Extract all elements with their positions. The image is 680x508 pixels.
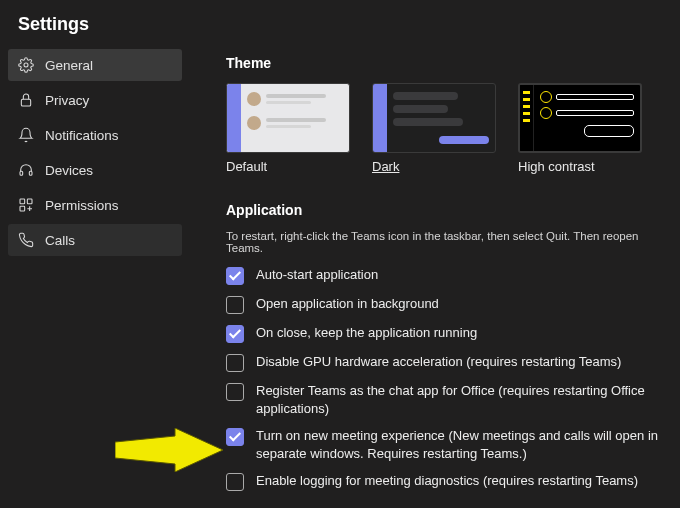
- sidebar-item-devices[interactable]: Devices: [8, 154, 182, 186]
- checkbox-register-office[interactable]: Register Teams as the chat app for Offic…: [226, 382, 662, 417]
- theme-thumbnail-default: [226, 83, 350, 153]
- sidebar-item-permissions[interactable]: Permissions: [8, 189, 182, 221]
- theme-label: Default: [226, 153, 350, 174]
- sidebar-item-label: Privacy: [45, 93, 89, 108]
- svg-rect-6: [20, 206, 25, 211]
- theme-option-high-contrast[interactable]: High contrast: [518, 83, 642, 174]
- sidebar-item-label: Calls: [45, 233, 75, 248]
- gear-icon: [18, 57, 34, 73]
- theme-heading: Theme: [226, 55, 662, 71]
- checkbox-icon: [226, 296, 244, 314]
- sidebar-item-general[interactable]: General: [8, 49, 182, 81]
- sidebar-item-calls[interactable]: Calls: [8, 224, 182, 256]
- theme-options: Default Dark: [226, 83, 662, 174]
- main-panel: Theme Default: [190, 49, 680, 501]
- theme-label: High contrast: [518, 153, 642, 174]
- theme-option-dark[interactable]: Dark: [372, 83, 496, 174]
- checkbox-open-background[interactable]: Open application in background: [226, 295, 662, 314]
- svg-rect-1: [21, 99, 30, 106]
- sidebar-item-label: Devices: [45, 163, 93, 178]
- checkbox-label: Disable GPU hardware acceleration (requi…: [256, 353, 621, 371]
- checkbox-icon: [226, 325, 244, 343]
- sidebar-item-label: General: [45, 58, 93, 73]
- theme-label: Dark: [372, 153, 496, 174]
- checkbox-enable-logging[interactable]: Enable logging for meeting diagnostics (…: [226, 472, 662, 491]
- checkbox-label: Turn on new meeting experience (New meet…: [256, 427, 662, 462]
- checkbox-icon: [226, 383, 244, 401]
- checkbox-new-meeting-experience[interactable]: Turn on new meeting experience (New meet…: [226, 427, 662, 462]
- apps-icon: [18, 197, 34, 213]
- checkbox-label: On close, keep the application running: [256, 324, 477, 342]
- checkbox-icon: [226, 428, 244, 446]
- phone-icon: [18, 232, 34, 248]
- checkbox-label: Register Teams as the chat app for Offic…: [256, 382, 662, 417]
- svg-rect-4: [20, 199, 25, 204]
- application-note: To restart, right-click the Teams icon i…: [226, 230, 662, 254]
- page-title: Settings: [0, 0, 680, 49]
- lock-icon: [18, 92, 34, 108]
- theme-thumbnail-dark: [372, 83, 496, 153]
- svg-rect-3: [29, 171, 32, 175]
- checkbox-label: Auto-start application: [256, 266, 378, 284]
- settings-layout: General Privacy Notifications Devices Pe: [0, 49, 680, 501]
- sidebar: General Privacy Notifications Devices Pe: [0, 49, 190, 501]
- svg-point-0: [24, 63, 28, 67]
- svg-rect-2: [20, 171, 23, 175]
- bell-icon: [18, 127, 34, 143]
- checkbox-label: Enable logging for meeting diagnostics (…: [256, 472, 638, 490]
- application-heading: Application: [226, 202, 662, 218]
- headset-icon: [18, 162, 34, 178]
- theme-thumbnail-high-contrast: [518, 83, 642, 153]
- theme-option-default[interactable]: Default: [226, 83, 350, 174]
- sidebar-item-label: Permissions: [45, 198, 119, 213]
- checkbox-icon: [226, 354, 244, 372]
- checkbox-icon: [226, 473, 244, 491]
- sidebar-item-notifications[interactable]: Notifications: [8, 119, 182, 151]
- checkbox-autostart[interactable]: Auto-start application: [226, 266, 662, 285]
- sidebar-item-label: Notifications: [45, 128, 119, 143]
- checkbox-icon: [226, 267, 244, 285]
- checkbox-disable-gpu[interactable]: Disable GPU hardware acceleration (requi…: [226, 353, 662, 372]
- sidebar-item-privacy[interactable]: Privacy: [8, 84, 182, 116]
- checkbox-on-close[interactable]: On close, keep the application running: [226, 324, 662, 343]
- checkbox-label: Open application in background: [256, 295, 439, 313]
- svg-rect-5: [27, 199, 32, 204]
